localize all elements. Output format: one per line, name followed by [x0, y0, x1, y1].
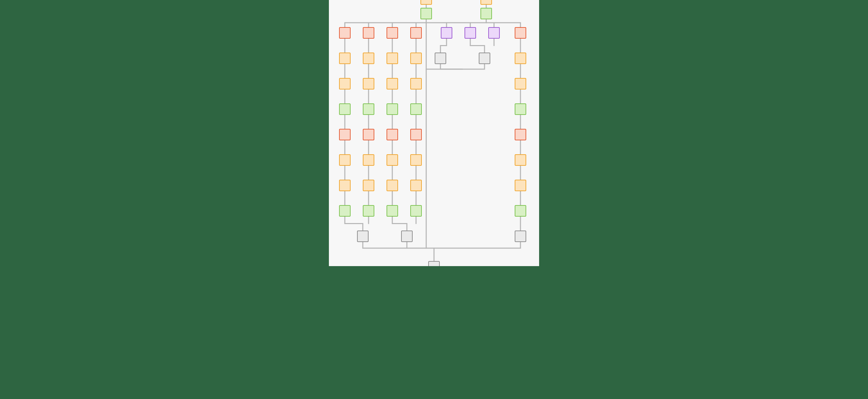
left-col1-row2	[363, 78, 374, 89]
left-col2-row3	[387, 103, 398, 115]
left-col3-row5	[410, 154, 422, 166]
right-row3	[515, 103, 526, 115]
diagram-canvas	[329, 0, 539, 266]
left-col1-row0	[363, 27, 374, 39]
gray-mid-0	[435, 53, 446, 64]
right-row4	[515, 129, 526, 140]
left-col1-row3	[363, 103, 374, 115]
left-col2-row5	[387, 154, 398, 166]
left-col2-row2	[387, 78, 398, 89]
left-col1-row7	[363, 205, 374, 217]
left-col3-row1	[410, 53, 422, 64]
sink-stub	[428, 261, 440, 266]
left-col2-row0	[387, 27, 398, 39]
gray-bottom-2	[515, 231, 526, 242]
left-col0-row1	[339, 53, 351, 64]
left-col3-row0	[410, 27, 422, 39]
left-col2-row6	[387, 180, 398, 191]
left-col1-row5	[363, 154, 374, 166]
left-col0-row5	[339, 154, 351, 166]
left-col0-row2	[339, 78, 351, 89]
right-row1	[515, 53, 526, 64]
left-col0-row4	[339, 129, 351, 140]
right-row7	[515, 205, 526, 217]
purple-0	[441, 27, 452, 39]
left-col2-row7	[387, 205, 398, 217]
left-col3-row6	[410, 180, 422, 191]
left-col0-row0	[339, 27, 351, 39]
connection-layer	[329, 0, 539, 266]
gray-mid-1	[479, 53, 490, 64]
right-row6	[515, 180, 526, 191]
top-green-1	[480, 8, 492, 19]
right-row0	[515, 27, 526, 39]
gray-bottom-0	[357, 231, 369, 242]
left-col3-row4	[410, 129, 422, 140]
left-col3-row7	[410, 205, 422, 217]
left-col3-row3	[410, 103, 422, 115]
left-col0-row6	[339, 180, 351, 191]
right-row5	[515, 154, 526, 166]
top-green-0	[420, 8, 432, 19]
left-col1-row6	[363, 180, 374, 191]
left-col0-row7	[339, 205, 351, 217]
left-col3-row2	[410, 78, 422, 89]
purple-1	[465, 27, 476, 39]
right-row2	[515, 78, 526, 89]
top-orange-stub-1	[480, 0, 492, 5]
purple-2	[488, 27, 500, 39]
top-orange-stub-0	[420, 0, 432, 5]
left-col0-row3	[339, 103, 351, 115]
left-col1-row4	[363, 129, 374, 140]
left-col2-row1	[387, 53, 398, 64]
gray-bottom-1	[401, 231, 413, 242]
left-col1-row1	[363, 53, 374, 64]
left-col2-row4	[387, 129, 398, 140]
